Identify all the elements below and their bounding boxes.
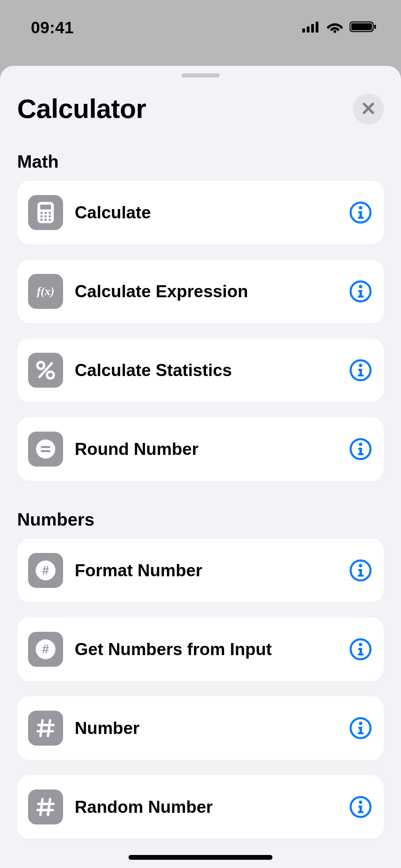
action-label: Calculate Statistics xyxy=(75,360,350,380)
svg-rect-3 xyxy=(316,22,318,33)
home-indicator[interactable] xyxy=(129,855,272,860)
hash-icon xyxy=(28,711,63,746)
svg-point-14 xyxy=(45,215,47,217)
svg-point-28 xyxy=(47,372,54,378)
info-button[interactable] xyxy=(350,638,372,660)
wifi-icon xyxy=(326,21,343,34)
svg-point-37 xyxy=(359,443,362,446)
svg-rect-1 xyxy=(307,26,309,33)
svg-rect-2 xyxy=(311,24,314,33)
action-calculate-expression[interactable]: f(x) Calculate Expression xyxy=(17,260,384,323)
svg-line-58 xyxy=(48,799,50,815)
action-number[interactable]: Number xyxy=(17,696,384,760)
calculator-icon xyxy=(28,195,63,230)
svg-rect-26 xyxy=(358,296,364,298)
sheet-content: Math Calculate f(x) xyxy=(0,124,401,839)
section-header-math: Math xyxy=(17,138,384,181)
svg-point-17 xyxy=(45,219,47,221)
equals-icon xyxy=(28,432,63,467)
action-label: Calculate xyxy=(75,203,350,222)
action-round-number[interactable]: Round Number xyxy=(17,417,384,481)
hash-circle-icon: # xyxy=(28,632,63,667)
svg-point-16 xyxy=(40,219,42,221)
section-header-numbers: Numbers xyxy=(17,496,384,539)
page-title: Calculator xyxy=(17,93,146,124)
info-icon xyxy=(357,285,364,298)
svg-rect-33 xyxy=(358,374,364,376)
info-icon xyxy=(357,564,364,577)
action-get-numbers-from-input[interactable]: # Get Numbers from Input xyxy=(17,617,384,681)
hash-icon xyxy=(28,789,63,824)
action-calculate-statistics[interactable]: Calculate Statistics xyxy=(17,338,384,402)
action-random-number[interactable]: Random Number xyxy=(17,775,384,839)
svg-point-4 xyxy=(333,30,336,33)
svg-point-11 xyxy=(45,212,47,214)
function-icon: f(x) xyxy=(28,274,63,309)
info-button[interactable] xyxy=(350,438,372,460)
svg-rect-6 xyxy=(351,23,372,30)
battery-icon xyxy=(350,21,377,34)
action-label: Random Number xyxy=(75,797,350,817)
svg-point-13 xyxy=(40,215,42,217)
info-button[interactable] xyxy=(350,202,372,224)
info-icon xyxy=(357,363,364,377)
close-button[interactable] xyxy=(353,94,384,124)
svg-point-45 xyxy=(359,643,362,646)
info-button[interactable] xyxy=(350,559,372,581)
sheet-grabber[interactable] xyxy=(181,73,220,77)
status-bar: 09:41 xyxy=(0,0,401,51)
info-icon xyxy=(357,442,364,456)
svg-point-19 xyxy=(359,206,362,209)
status-icons xyxy=(302,17,377,34)
info-button[interactable] xyxy=(350,280,372,302)
svg-point-41 xyxy=(359,564,362,567)
svg-line-50 xyxy=(48,720,50,736)
info-icon xyxy=(357,206,364,219)
status-time: 09:41 xyxy=(31,15,74,37)
action-label: Format Number xyxy=(75,560,350,580)
action-label: Round Number xyxy=(75,439,350,459)
svg-rect-9 xyxy=(40,205,51,209)
svg-rect-0 xyxy=(302,28,305,33)
svg-line-57 xyxy=(40,799,42,815)
svg-line-49 xyxy=(40,720,42,736)
svg-rect-48 xyxy=(358,653,364,655)
info-icon xyxy=(357,721,364,735)
action-format-number[interactable]: # Format Number xyxy=(17,539,384,602)
svg-point-30 xyxy=(359,364,362,367)
cellular-icon xyxy=(302,21,320,34)
info-button[interactable] xyxy=(350,717,372,739)
svg-point-23 xyxy=(359,285,362,288)
svg-rect-36 xyxy=(41,450,50,452)
info-icon xyxy=(357,642,364,656)
action-label: Calculate Expression xyxy=(75,281,350,301)
action-label: Number xyxy=(75,718,350,738)
action-label: Get Numbers from Input xyxy=(75,639,350,659)
percent-icon xyxy=(28,353,63,388)
svg-rect-40 xyxy=(358,453,364,455)
svg-point-53 xyxy=(359,722,362,725)
svg-rect-7 xyxy=(374,25,376,29)
svg-rect-56 xyxy=(358,732,364,734)
svg-point-18 xyxy=(49,219,51,221)
svg-point-15 xyxy=(49,215,51,217)
svg-rect-35 xyxy=(41,446,50,448)
info-icon xyxy=(357,800,364,814)
svg-point-12 xyxy=(49,212,51,214)
svg-rect-44 xyxy=(358,575,364,577)
svg-rect-64 xyxy=(358,811,364,813)
info-button[interactable] xyxy=(350,796,372,818)
svg-line-29 xyxy=(39,363,52,377)
svg-point-10 xyxy=(40,212,42,214)
svg-point-61 xyxy=(359,800,362,804)
svg-point-34 xyxy=(36,439,55,459)
svg-rect-22 xyxy=(358,217,364,219)
sheet: Calculator Math Calculate xyxy=(0,66,401,868)
info-button[interactable] xyxy=(350,359,372,381)
action-calculate[interactable]: Calculate xyxy=(17,181,384,244)
close-icon xyxy=(362,102,375,116)
svg-point-27 xyxy=(37,362,44,369)
hash-circle-icon: # xyxy=(28,553,63,588)
